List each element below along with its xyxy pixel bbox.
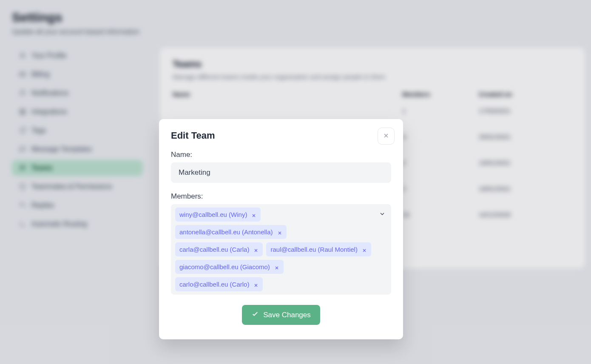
chevron-down-icon[interactable] [378,210,386,218]
modal-title: Edit Team [171,130,391,141]
chip-label: raul@callbell.eu (Raul Montiel) [270,246,357,253]
member-chip: raul@callbell.eu (Raul Montiel) [266,242,371,256]
member-chip: giacomo@callbell.eu (Giacomo) [175,260,284,274]
chip-label: giacomo@callbell.eu (Giacomo) [179,263,270,270]
remove-chip-icon[interactable] [251,212,256,217]
member-chip: carlo@callbell.eu (Carlo) [175,277,263,291]
modal-overlay[interactable]: Edit Team Name: Members: winy@callbell.e… [0,0,591,364]
save-button-label: Save Changes [263,311,311,319]
remove-chip-icon[interactable] [362,247,367,252]
remove-chip-icon[interactable] [253,282,259,287]
check-icon [251,310,259,320]
edit-team-modal: Edit Team Name: Members: winy@callbell.e… [159,119,403,339]
member-chip: antonella@callbell.eu (Antonella) [175,225,287,239]
chip-label: carlo@callbell.eu (Carlo) [179,281,249,288]
close-icon [383,132,389,140]
members-label: Members: [171,192,391,201]
members-multiselect[interactable]: winy@callbell.eu (Winy) antonella@callbe… [171,204,391,295]
name-label: Name: [171,151,391,159]
remove-chip-icon[interactable] [274,264,279,270]
team-name-input[interactable] [171,162,391,183]
close-button[interactable] [378,128,395,145]
chip-label: carla@callbell.eu (Carla) [179,246,249,253]
member-chip: winy@callbell.eu (Winy) [175,208,261,222]
member-chip: carla@callbell.eu (Carla) [175,242,263,256]
chip-label: antonella@callbell.eu (Antonella) [179,228,273,236]
remove-chip-icon[interactable] [277,230,282,235]
remove-chip-icon[interactable] [253,247,259,252]
chip-label: winy@callbell.eu (Winy) [179,211,247,218]
save-changes-button[interactable]: Save Changes [242,305,320,325]
